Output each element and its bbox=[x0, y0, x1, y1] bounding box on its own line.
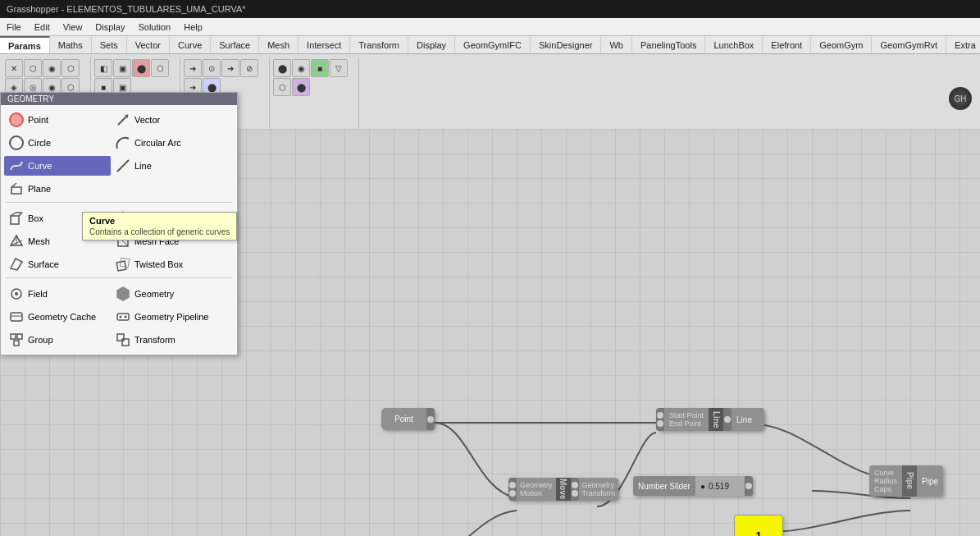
tb-prim-2[interactable]: ▣ bbox=[113, 59, 131, 77]
box-label: Box bbox=[28, 213, 43, 223]
tb-util-5[interactable]: ⬡ bbox=[273, 78, 291, 96]
geometry-pipeline-label: Geometry Pipeline bbox=[134, 312, 209, 322]
transform-label: Transform bbox=[134, 335, 175, 345]
dropdown-item-twisted-box[interactable]: Twisted Box bbox=[111, 254, 217, 274]
dropdown-header: GEOMETRY bbox=[1, 93, 237, 105]
tab-geomgymifc[interactable]: GeomGymIFC bbox=[455, 36, 531, 53]
menu-edit[interactable]: Edit bbox=[28, 21, 57, 34]
mesh-label: Mesh bbox=[28, 236, 50, 246]
node-line[interactable]: Start Point End Point Line Line bbox=[656, 408, 764, 431]
toolbar-group-util: ⬤ ◉ ■ ▽ ⬡ ⬤ Util ▾ bbox=[270, 57, 359, 140]
tab-intersect[interactable]: Intersect bbox=[299, 36, 350, 53]
plane-label: Plane bbox=[28, 184, 51, 194]
geo-out bbox=[572, 482, 578, 488]
tooltip-title: Curve bbox=[89, 216, 230, 226]
slider-1-track[interactable]: ● 0.519 bbox=[695, 476, 745, 496]
dropdown-item-vector[interactable]: Vector bbox=[111, 110, 217, 130]
dropdown-item-geometry[interactable]: Geometry bbox=[111, 284, 217, 304]
dropdown-item-line[interactable]: Line bbox=[111, 156, 217, 176]
tab-geomgymrvt[interactable]: GeomGymRvt bbox=[872, 36, 946, 53]
tb-in-1[interactable]: ➜ bbox=[184, 59, 202, 77]
tb-prim-3[interactable]: ⬤ bbox=[132, 59, 150, 77]
logo-button[interactable]: GH bbox=[949, 87, 972, 110]
tab-params[interactable]: Params bbox=[0, 36, 50, 53]
primitive-icons: ◧ ▣ ⬤ ⬡ ■ ▣ bbox=[94, 59, 176, 96]
tb-util-6[interactable]: ⬤ bbox=[292, 78, 310, 96]
svg-point-21 bbox=[120, 316, 122, 318]
pipe-mid: Pipe bbox=[902, 465, 917, 497]
tb-icon-2[interactable]: ⬡ bbox=[24, 59, 42, 77]
tab-transform[interactable]: Transform bbox=[350, 36, 408, 53]
title-text: Grasshopper - ELEMENTOS_TUBULARES_UMA_CU… bbox=[7, 4, 246, 14]
tb-prim-4[interactable]: ⬡ bbox=[151, 59, 169, 77]
move-mid: Move bbox=[556, 478, 571, 501]
svg-rect-3 bbox=[11, 187, 21, 194]
tab-lunchbox[interactable]: LunchBox bbox=[705, 36, 763, 53]
node-point[interactable]: Point bbox=[381, 408, 435, 430]
menubar: File Edit View Display Solution Help bbox=[0, 18, 980, 36]
tab-sets[interactable]: Sets bbox=[92, 36, 127, 53]
tab-maths[interactable]: Maths bbox=[50, 36, 92, 53]
dropdown-item-curve[interactable]: Curve bbox=[4, 156, 111, 176]
tab-display[interactable]: Display bbox=[408, 36, 455, 53]
svg-rect-27 bbox=[122, 339, 129, 346]
dropdown-row-8: Field Geometry bbox=[1, 282, 237, 305]
dropdown-item-point[interactable]: Point bbox=[4, 110, 111, 130]
tab-extra[interactable]: Extra bbox=[946, 36, 980, 53]
tab-mesh[interactable]: Mesh bbox=[259, 36, 299, 53]
geometry-label: Geometry bbox=[134, 289, 174, 299]
dropdown-item-geometry-cache[interactable]: Geometry Cache bbox=[4, 307, 111, 327]
dropdown-item-circle[interactable]: Circle bbox=[4, 133, 111, 153]
tab-skindesigner[interactable]: SkinDesigner bbox=[531, 36, 601, 53]
tb-icon-4[interactable]: ⬡ bbox=[62, 59, 80, 77]
surface-label: Surface bbox=[28, 259, 59, 269]
node-move[interactable]: Geometry Motion Move Geometry Transform bbox=[508, 478, 618, 501]
box-icon bbox=[9, 211, 24, 226]
tb-util-1[interactable]: ⬤ bbox=[273, 59, 291, 77]
menu-view[interactable]: View bbox=[57, 21, 89, 34]
menu-display[interactable]: Display bbox=[89, 21, 131, 34]
tab-curve[interactable]: Curve bbox=[170, 36, 211, 53]
titlebar: Grasshopper - ELEMENTOS_TUBULARES_UMA_CU… bbox=[0, 0, 980, 18]
menu-help[interactable]: Help bbox=[177, 21, 209, 34]
pipe-out-label: Pipe bbox=[922, 477, 938, 486]
dropdown-item-field[interactable]: Field bbox=[4, 284, 111, 304]
circle-label: Circle bbox=[28, 138, 51, 148]
svg-rect-24 bbox=[17, 334, 22, 339]
tab-surface[interactable]: Surface bbox=[211, 36, 259, 53]
tab-vector[interactable]: Vector bbox=[127, 36, 170, 53]
vector-label: Vector bbox=[134, 115, 160, 125]
tb-prim-1[interactable]: ◧ bbox=[94, 59, 112, 77]
dropdown-item-transform[interactable]: Transform bbox=[111, 330, 217, 350]
panel-value: 1 bbox=[755, 529, 761, 537]
tb-in-3[interactable]: ➜ bbox=[221, 59, 239, 77]
tab-geomgym[interactable]: GeomGym bbox=[811, 36, 872, 53]
tb-in-2[interactable]: ⊙ bbox=[203, 59, 221, 77]
slider-1-label: Number Slider bbox=[633, 476, 695, 496]
dropdown-item-circular-arc[interactable]: Circular Arc bbox=[111, 133, 217, 153]
group-label: Group bbox=[28, 335, 53, 345]
field-label: Field bbox=[28, 289, 48, 299]
dropdown-item-surface[interactable]: Surface bbox=[4, 254, 111, 274]
menu-file[interactable]: File bbox=[0, 21, 28, 34]
node-number-slider-1[interactable]: Number Slider ● 0.519 bbox=[633, 476, 753, 496]
tb-in-4[interactable]: ⊘ bbox=[240, 59, 258, 77]
tab-panelingtools[interactable]: PanelingTools bbox=[632, 36, 706, 53]
node-pipe[interactable]: Curve Radius Caps Pipe Pipe bbox=[869, 465, 943, 497]
menu-solution[interactable]: Solution bbox=[131, 21, 177, 34]
svg-rect-20 bbox=[117, 314, 129, 320]
dropdown-item-plane[interactable]: Plane bbox=[4, 179, 111, 199]
dropdown-item-geometry-pipeline[interactable]: Geometry Pipeline bbox=[111, 307, 217, 327]
tb-util-2[interactable]: ◉ bbox=[292, 59, 310, 77]
separator-1 bbox=[6, 202, 232, 205]
tab-elefront[interactable]: Elefront bbox=[763, 36, 811, 53]
node-panel[interactable]: 1 bbox=[734, 515, 783, 536]
tb-icon-3[interactable]: ◉ bbox=[43, 59, 61, 77]
tab-wb[interactable]: Wb bbox=[601, 36, 632, 53]
node-move-port-left bbox=[508, 478, 517, 501]
motion-in-label: Motion bbox=[520, 489, 553, 497]
tb-util-4[interactable]: ▽ bbox=[330, 59, 348, 77]
dropdown-item-group[interactable]: Group bbox=[4, 330, 111, 350]
tb-icon-1[interactable]: ✕ bbox=[5, 59, 23, 77]
tb-util-3[interactable]: ■ bbox=[311, 59, 329, 77]
